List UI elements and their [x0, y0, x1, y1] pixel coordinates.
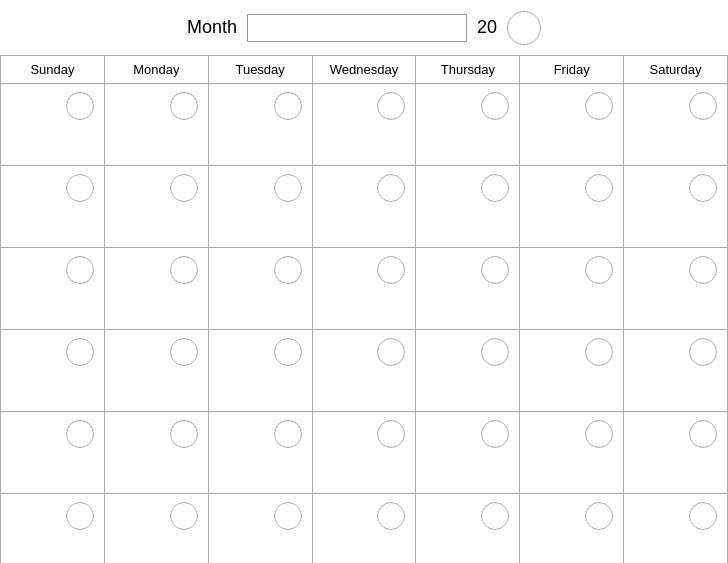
calendar-cell[interactable] [520, 412, 624, 494]
calendar-cell[interactable] [1, 494, 105, 563]
calendar-cell[interactable] [624, 84, 728, 166]
day-circle [585, 174, 613, 202]
day-circle [377, 502, 405, 530]
day-circle [66, 174, 94, 202]
day-circle [689, 502, 717, 530]
header-sunday: Sunday [1, 56, 105, 83]
day-circle [585, 338, 613, 366]
day-circle [66, 338, 94, 366]
month-label: Month [187, 17, 237, 38]
day-circle [689, 420, 717, 448]
day-circle [170, 502, 198, 530]
calendar-grid [1, 84, 728, 563]
header-thursday: Thursday [416, 56, 520, 83]
day-circle [481, 502, 509, 530]
day-circle [274, 502, 302, 530]
calendar-cell[interactable] [313, 330, 417, 412]
day-circle [170, 338, 198, 366]
calendar-cell[interactable] [209, 166, 313, 248]
calendar-cell[interactable] [520, 330, 624, 412]
day-circle [274, 92, 302, 120]
header-wednesday: Wednesday [313, 56, 417, 83]
month-input[interactable] [247, 14, 467, 42]
calendar-cell[interactable] [313, 248, 417, 330]
calendar-cell[interactable] [416, 330, 520, 412]
day-circle [585, 256, 613, 284]
calendar-cell[interactable] [624, 248, 728, 330]
calendar-cell[interactable] [1, 166, 105, 248]
year-prefix-label: 20 [477, 17, 497, 38]
calendar-cell[interactable] [313, 84, 417, 166]
calendar-cell[interactable] [105, 84, 209, 166]
calendar-cell[interactable] [105, 330, 209, 412]
day-circle [170, 174, 198, 202]
day-headers-row: Sunday Monday Tuesday Wednesday Thursday… [1, 56, 728, 84]
day-circle [66, 92, 94, 120]
calendar-cell[interactable] [313, 166, 417, 248]
day-circle [585, 420, 613, 448]
day-circle [689, 338, 717, 366]
day-circle [274, 420, 302, 448]
day-circle [377, 92, 405, 120]
day-circle [689, 256, 717, 284]
day-circle [377, 256, 405, 284]
calendar-cell[interactable] [416, 494, 520, 563]
day-circle [274, 174, 302, 202]
header-saturday: Saturday [624, 56, 728, 83]
calendar-cell[interactable] [313, 494, 417, 563]
day-circle [481, 256, 509, 284]
calendar-cell[interactable] [624, 494, 728, 563]
header-friday: Friday [520, 56, 624, 83]
day-circle [377, 174, 405, 202]
day-circle [170, 256, 198, 284]
day-circle [274, 338, 302, 366]
calendar-cell[interactable] [416, 166, 520, 248]
calendar-cell[interactable] [1, 248, 105, 330]
day-circle [66, 420, 94, 448]
calendar-cell[interactable] [416, 248, 520, 330]
day-circle [689, 174, 717, 202]
day-circle [481, 420, 509, 448]
calendar-cell[interactable] [105, 412, 209, 494]
day-circle [689, 92, 717, 120]
calendar-cell[interactable] [624, 330, 728, 412]
calendar-cell[interactable] [520, 248, 624, 330]
day-circle [377, 338, 405, 366]
calendar-cell[interactable] [416, 412, 520, 494]
calendar-cell[interactable] [624, 166, 728, 248]
day-circle [274, 256, 302, 284]
day-circle [377, 420, 405, 448]
day-circle [170, 420, 198, 448]
calendar: Sunday Monday Tuesday Wednesday Thursday… [0, 55, 728, 563]
calendar-cell[interactable] [209, 412, 313, 494]
calendar-cell[interactable] [520, 494, 624, 563]
calendar-cell[interactable] [1, 84, 105, 166]
calendar-cell[interactable] [209, 494, 313, 563]
calendar-cell[interactable] [209, 330, 313, 412]
day-circle [481, 174, 509, 202]
calendar-cell[interactable] [624, 412, 728, 494]
year-circle [507, 11, 541, 45]
calendar-cell[interactable] [416, 84, 520, 166]
day-circle [66, 502, 94, 530]
calendar-cell[interactable] [520, 84, 624, 166]
day-circle [481, 338, 509, 366]
calendar-cell[interactable] [313, 412, 417, 494]
calendar-cell[interactable] [209, 84, 313, 166]
day-circle [585, 92, 613, 120]
calendar-header: Month 20 [0, 0, 728, 55]
calendar-cell[interactable] [209, 248, 313, 330]
day-circle [66, 256, 94, 284]
calendar-cell[interactable] [1, 330, 105, 412]
header-monday: Monday [105, 56, 209, 83]
day-circle [585, 502, 613, 530]
calendar-cell[interactable] [1, 412, 105, 494]
day-circle [481, 92, 509, 120]
calendar-cell[interactable] [520, 166, 624, 248]
header-tuesday: Tuesday [209, 56, 313, 83]
calendar-cell[interactable] [105, 494, 209, 563]
day-circle [170, 92, 198, 120]
calendar-cell[interactable] [105, 248, 209, 330]
calendar-cell[interactable] [105, 166, 209, 248]
